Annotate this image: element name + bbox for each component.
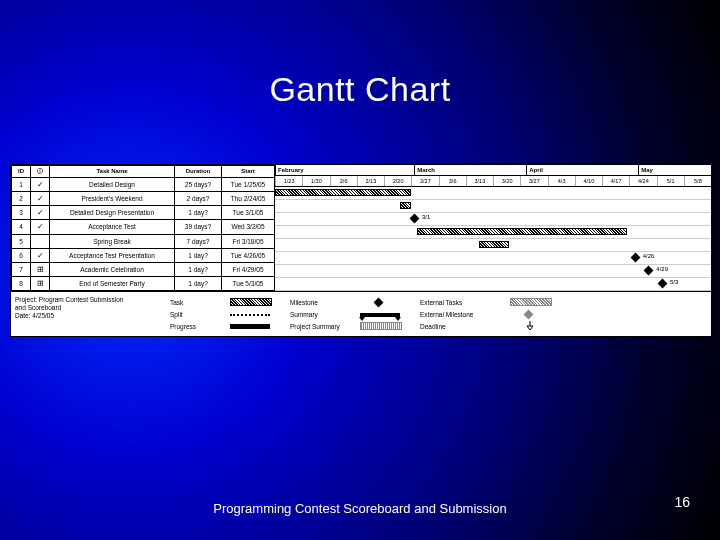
gantt-rows: 3/14/264/295/3 [275,187,711,291]
legend-extmile-symbol [510,310,550,318]
date-tick: 4/17 [602,176,629,186]
legend-summary-label: Summary [290,311,360,318]
date-tick: 5/8 [684,176,711,186]
cell-id: 5 [12,234,31,248]
month-header: FebruaryMarchAprilMay [275,165,711,176]
cell-task-name: Detailed Design [50,178,175,192]
cell-duration: 39 days? [175,220,222,234]
milestone-label: 4/26 [643,253,655,259]
cell-start: Wed 3/2/05 [222,220,275,234]
project-line2: and Scoreboard [15,304,170,312]
date-tick: 2/6 [330,176,357,186]
legend-projsummary-symbol [360,322,420,330]
cell-task-name: Detailed Design Presentation [50,206,175,220]
milestone-diamond-icon [657,279,667,289]
legend: Project: Program Contest Submission and … [11,292,711,336]
month-label: March [414,165,526,175]
milestone-label: 4/29 [656,266,668,272]
date-tick: 2/13 [357,176,384,186]
date-tick: 2/20 [384,176,411,186]
cell-start: Tue 3/1/05 [222,206,275,220]
legend-task-label: Task [170,299,230,306]
table-row: 6✓Acceptance Test Presentation1 day?Tue … [12,248,275,262]
status-icon: ✓ [31,248,50,262]
gantt-row: 3/1 [275,213,711,226]
col-task: Task Name [50,166,175,178]
task-bar [275,189,411,196]
legend-deadline-symbol [510,321,550,331]
legend-progress-symbol [230,323,290,330]
cell-id: 1 [12,178,31,192]
project-info: Project: Program Contest Submission and … [13,296,170,332]
table-row: 2✓President's Weekend2 days?Thu 2/24/05 [12,192,275,206]
status-icon: ✓ [31,192,50,206]
status-icon: ✓ [31,220,50,234]
status-icon: ⊞ [31,276,50,290]
cell-task-name: Acceptance Test Presentation [50,248,175,262]
col-duration: Duration [175,166,222,178]
cell-start: Tue 5/3/05 [222,276,275,290]
milestone-label: 5/3 [670,279,678,285]
date-tick: 3/27 [520,176,547,186]
legend-exttasks-symbol [510,298,550,306]
status-icon [31,234,50,248]
date-tick: 3/13 [466,176,493,186]
date-tick: 1/30 [302,176,329,186]
month-label: February [275,165,414,175]
project-line1: Project: Program Contest Submission [15,296,170,304]
gantt-top-section: ID ⓘ Task Name Duration Start 1✓Detailed… [11,165,711,292]
status-icon: ✓ [31,206,50,220]
date-tick: 4/24 [629,176,656,186]
legend-progress-label: Progress [170,323,230,330]
milestone-diamond-icon [630,253,640,263]
gantt-row: 4/29 [275,265,711,278]
date-header: 1/231/302/62/132/202/273/63/133/203/274/… [275,176,711,187]
legend-milestone-symbol [360,298,420,306]
cell-id: 2 [12,192,31,206]
date-tick: 5/1 [657,176,684,186]
cell-id: 6 [12,248,31,262]
milestone-diamond-icon [644,266,654,276]
task-table: ID ⓘ Task Name Duration Start 1✓Detailed… [11,165,275,291]
cell-duration: 7 days? [175,234,222,248]
cell-id: 7 [12,262,31,276]
task-bar [417,228,627,235]
gantt-chart: ID ⓘ Task Name Duration Start 1✓Detailed… [10,164,712,337]
table-row: 8⊞End of Semester Party1 day?Tue 5/3/05 [12,276,275,290]
table-row: 7⊞Academic Celebration1 day?Fri 4/29/05 [12,262,275,276]
legend-summary-symbol [360,311,420,318]
cell-start: Thu 2/24/05 [222,192,275,206]
task-bar [479,241,509,248]
table-row: 1✓Detailed Design25 days?Tue 1/25/05 [12,178,275,192]
legend-exttasks-label: External Tasks [420,299,510,306]
cell-task-name: Academic Celebration [50,262,175,276]
cell-start: Fri 3/18/05 [222,234,275,248]
cell-id: 3 [12,206,31,220]
cell-task-name: End of Semester Party [50,276,175,290]
table-row: 4✓Acceptance Test39 days?Wed 3/2/05 [12,220,275,234]
cell-task-name: Spring Break [50,234,175,248]
cell-task-name: Acceptance Test [50,220,175,234]
col-start: Start [222,166,275,178]
legend-split-label: Split [170,311,230,318]
cell-duration: 1 day? [175,276,222,290]
cell-start: Tue 1/25/05 [222,178,275,192]
month-label: April [526,165,638,175]
milestone-label: 3/1 [422,214,430,220]
slide-title: Gantt Chart [0,70,720,109]
milestone-diamond-icon [410,214,420,224]
slide: Gantt Chart ID ⓘ Task Name Duration Star… [0,0,720,540]
col-id: ID [12,166,31,178]
legend-task-symbol [230,298,290,306]
page-number: 16 [674,494,690,510]
cell-start: Tue 4/26/05 [222,248,275,262]
cell-start: Fri 4/29/05 [222,262,275,276]
timeline-area: FebruaryMarchAprilMay 1/231/302/62/132/2… [275,165,711,291]
footer-text: Programming Contest Scoreboard and Submi… [0,501,720,516]
cell-duration: 2 days? [175,192,222,206]
gantt-row [275,187,711,200]
table-header-row: ID ⓘ Task Name Duration Start [12,166,275,178]
gantt-row: 5/3 [275,278,711,291]
legend-projsummary-label: Project Summary [290,323,360,330]
cell-duration: 1 day? [175,262,222,276]
